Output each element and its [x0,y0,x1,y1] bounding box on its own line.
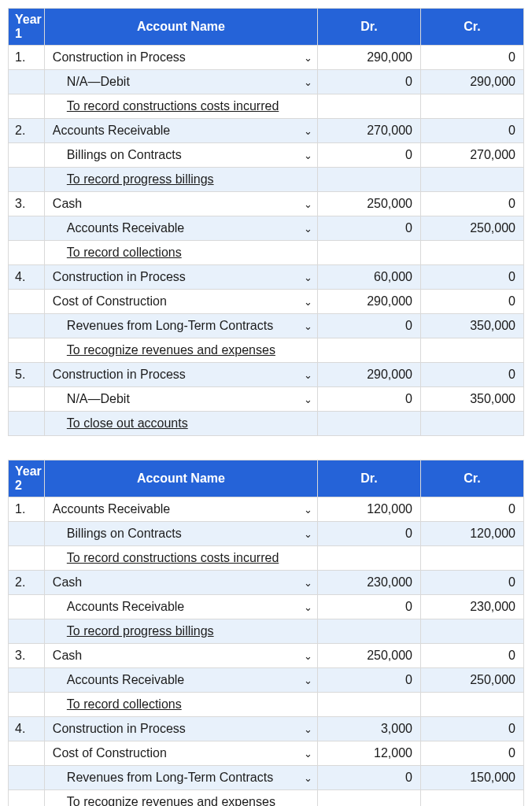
credit-cell[interactable]: 0 [420,46,523,70]
debit-cell[interactable]: 290,000 [317,46,420,70]
entry-memo: To record constructions costs incurred [44,94,317,119]
table-row: To close out accounts [9,412,524,436]
credit-cell[interactable]: 0 [420,741,523,766]
chevron-down-icon: ⌄ [304,723,312,735]
account-dropdown[interactable]: Accounts Receivable⌄ [44,595,317,619]
chevron-down-icon: ⌄ [304,504,312,516]
debit-cell[interactable]: 0 [317,70,420,94]
table-row: To record progress billings [9,168,524,192]
account-dropdown[interactable]: Cash⌄ [44,571,317,595]
credit-cell[interactable]: 120,000 [420,522,523,546]
account-dropdown[interactable]: Construction in Process⌄ [44,363,317,387]
debit-cell[interactable]: 250,000 [317,644,420,668]
debit-cell[interactable]: 230,000 [317,571,420,595]
credit-cell[interactable]: 250,000 [420,216,523,241]
entry-number: 5. [9,363,45,387]
account-dropdown[interactable]: Accounts Receivable⌄ [44,119,317,143]
credit-cell [420,412,523,436]
credit-cell[interactable]: 0 [420,192,523,216]
account-dropdown[interactable]: Cost of Construction⌄ [44,290,317,314]
account-dropdown[interactable]: Construction in Process⌄ [44,46,317,70]
account-label: N/A—Debit [67,392,130,405]
account-dropdown[interactable]: Construction in Process⌄ [44,265,317,290]
debit-cell[interactable]: 0 [317,668,420,693]
entry-number [9,693,45,717]
table-row: Revenues from Long-Term Contracts⌄0350,0… [9,314,524,338]
chevron-down-icon: ⌄ [304,76,312,88]
debit-cell [317,619,420,644]
entry-number [9,387,45,412]
credit-cell[interactable]: 0 [420,497,523,522]
account-dropdown[interactable]: Construction in Process⌄ [44,717,317,741]
credit-cell[interactable]: 0 [420,571,523,595]
credit-cell[interactable]: 0 [420,363,523,387]
debit-cell [317,790,420,807]
debit-cell[interactable]: 0 [317,314,420,338]
chevron-down-icon: ⌄ [304,748,312,760]
chevron-down-icon: ⌄ [304,650,312,662]
debit-cell[interactable]: 250,000 [317,192,420,216]
entry-memo: To record progress billings [44,619,317,644]
chevron-down-icon: ⌄ [304,394,312,405]
entry-number [9,668,45,693]
credit-cell[interactable]: 0 [420,119,523,143]
table-row: Cost of Construction⌄290,0000 [9,290,524,314]
table-row: To recognize revenues and expenses [9,338,524,363]
account-dropdown[interactable]: Cash⌄ [44,644,317,668]
account-label: Accounts Receivable [67,673,184,686]
credit-cell[interactable]: 350,000 [420,314,523,338]
credit-cell[interactable]: 350,000 [420,387,523,412]
account-dropdown[interactable]: Billings on Contracts⌄ [44,522,317,546]
credit-cell[interactable]: 0 [420,265,523,290]
debit-cell[interactable]: 60,000 [317,265,420,290]
entry-memo: To recognize revenues and expenses [44,338,317,363]
debit-cell[interactable]: 0 [317,595,420,619]
debit-cell[interactable]: 3,000 [317,717,420,741]
chevron-down-icon: ⌄ [304,772,312,784]
account-dropdown[interactable]: Cash⌄ [44,192,317,216]
table-row: 2.Cash⌄230,0000 [9,571,524,595]
table-row: 2.Accounts Receivable⌄270,0000 [9,119,524,143]
account-dropdown[interactable]: Accounts Receivable⌄ [44,216,317,241]
account-dropdown[interactable]: Accounts Receivable⌄ [44,668,317,693]
table-row: To record constructions costs incurred [9,94,524,119]
chevron-down-icon: ⌄ [304,272,312,283]
account-label: Cost of Construction [53,746,167,760]
account-label: Construction in Process [53,50,186,64]
credit-cell[interactable]: 230,000 [420,595,523,619]
entry-number [9,338,45,363]
credit-cell[interactable]: 270,000 [420,143,523,168]
credit-cell[interactable]: 290,000 [420,70,523,94]
credit-cell[interactable]: 0 [420,717,523,741]
table-row: N/A—Debit⌄0290,000 [9,70,524,94]
account-dropdown[interactable]: Accounts Receivable⌄ [44,497,317,522]
entry-number: 2. [9,571,45,595]
account-name-header: Account Name [44,9,317,46]
account-dropdown[interactable]: Billings on Contracts⌄ [44,143,317,168]
credit-cell[interactable]: 0 [420,644,523,668]
debit-cell[interactable]: 290,000 [317,290,420,314]
credit-cell[interactable]: 250,000 [420,668,523,693]
debit-cell[interactable]: 0 [317,522,420,546]
account-dropdown[interactable]: Revenues from Long-Term Contracts⌄ [44,314,317,338]
debit-cell[interactable]: 0 [317,387,420,412]
table-row: 1.Accounts Receivable⌄120,0000 [9,497,524,522]
debit-cell[interactable]: 12,000 [317,741,420,766]
account-dropdown[interactable]: Revenues from Long-Term Contracts⌄ [44,766,317,790]
entry-memo: To record collections [44,693,317,717]
debit-cell[interactable]: 270,000 [317,119,420,143]
debit-cell[interactable]: 0 [317,216,420,241]
account-label: Construction in Process [53,722,186,735]
credit-cell[interactable]: 0 [420,290,523,314]
debit-cell[interactable]: 0 [317,143,420,168]
debit-cell [317,693,420,717]
debit-cell[interactable]: 120,000 [317,497,420,522]
credit-cell[interactable]: 150,000 [420,766,523,790]
account-dropdown[interactable]: N/A—Debit⌄ [44,387,317,412]
debit-cell[interactable]: 290,000 [317,363,420,387]
credit-cell [420,94,523,119]
account-dropdown[interactable]: N/A—Debit⌄ [44,70,317,94]
entry-number: 3. [9,192,45,216]
debit-cell[interactable]: 0 [317,766,420,790]
account-dropdown[interactable]: Cost of Construction⌄ [44,741,317,766]
